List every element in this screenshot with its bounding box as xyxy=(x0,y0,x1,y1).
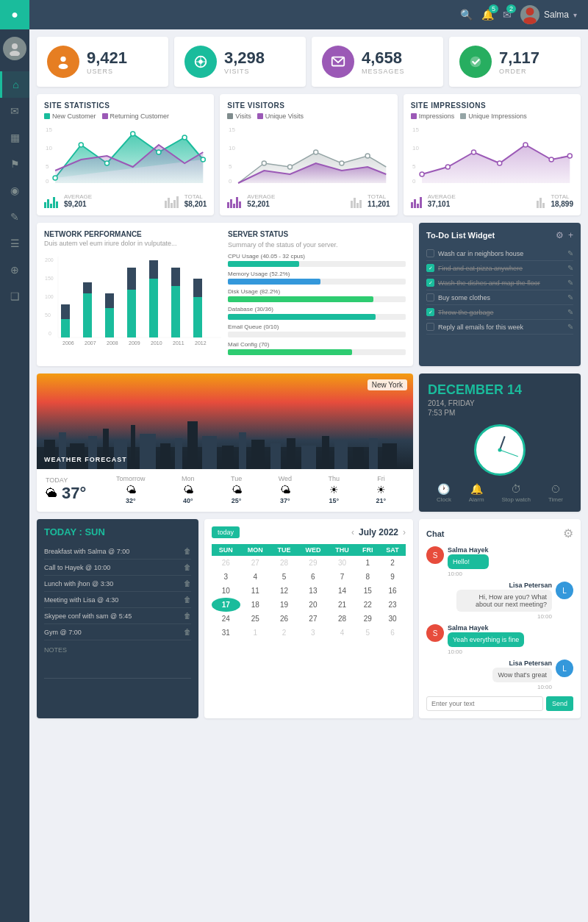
table-row[interactable]: 24 xyxy=(212,612,240,626)
table-row[interactable]: 30 xyxy=(329,556,356,570)
todo-checkbox-3[interactable] xyxy=(426,293,434,301)
todo-gear-icon[interactable]: ⚙ xyxy=(556,230,564,240)
schedule-del-2[interactable]: 🗑 xyxy=(184,579,191,587)
table-row[interactable]: 19 xyxy=(270,598,298,612)
stat-visits: 3,298 VISITS xyxy=(174,37,306,87)
schedule-del-5[interactable]: 🗑 xyxy=(184,628,191,636)
schedule-del-4[interactable]: 🗑 xyxy=(184,612,191,620)
table-row[interactable]: 27 xyxy=(298,612,329,626)
table-row[interactable]: 28 xyxy=(270,556,298,570)
chat-input[interactable] xyxy=(426,696,543,711)
svg-text:2009: 2009 xyxy=(129,340,140,346)
svg-text:2007: 2007 xyxy=(85,340,96,346)
table-row[interactable]: 1 xyxy=(356,556,379,570)
table-row[interactable]: 6 xyxy=(298,570,329,584)
sidebar-item-briefcase[interactable]: ⚑ xyxy=(0,151,29,177)
schedule-del-3[interactable]: 🗑 xyxy=(184,596,191,604)
table-row[interactable]: 26 xyxy=(270,612,298,626)
clock-mode-alarm[interactable]: 🔔 Alarm xyxy=(469,483,484,503)
svg-rect-86 xyxy=(175,438,182,469)
user-info[interactable]: Salma ▾ xyxy=(520,5,577,24)
table-row[interactable]: 16 xyxy=(379,584,406,598)
todo-edit-3[interactable]: ✎ xyxy=(567,293,573,301)
table-row[interactable]: 26 xyxy=(212,556,240,570)
sidebar-item-edit[interactable]: ✎ xyxy=(0,204,29,230)
table-row[interactable]: 13 xyxy=(298,584,329,598)
table-row[interactable]: 22 xyxy=(356,598,379,612)
search-icon[interactable]: 🔍 xyxy=(460,9,473,21)
dropdown-arrow-icon[interactable]: ▾ xyxy=(573,11,577,19)
table-row[interactable]: 3 xyxy=(298,626,329,640)
todo-edit-2[interactable]: ✎ xyxy=(567,279,573,287)
table-row[interactable]: 1 xyxy=(240,626,271,640)
table-row[interactable]: 11 xyxy=(240,584,271,598)
table-row[interactable]: 15 xyxy=(356,584,379,598)
svg-point-5 xyxy=(59,64,68,69)
table-row[interactable]: 12 xyxy=(270,584,298,598)
sidebar-item-mail[interactable]: ✉ xyxy=(0,98,29,124)
table-row[interactable]: 21 xyxy=(329,598,356,612)
table-row[interactable]: 18 xyxy=(240,598,271,612)
svg-point-44 xyxy=(497,161,501,165)
table-row[interactable]: 8 xyxy=(356,570,379,584)
todo-checkbox-2[interactable]: ✓ xyxy=(426,279,434,287)
chat-send-button[interactable]: Send xyxy=(546,696,573,711)
table-row[interactable]: 29 xyxy=(356,612,379,626)
calendar-today-button[interactable]: today xyxy=(212,526,240,538)
todo-checkbox-5[interactable] xyxy=(426,323,434,331)
table-row[interactable]: 23 xyxy=(379,598,406,612)
table-row[interactable]: 27 xyxy=(240,556,271,570)
todo-edit-0[interactable]: ✎ xyxy=(567,249,573,257)
table-row[interactable]: 2 xyxy=(270,626,298,640)
table-row[interactable]: 25 xyxy=(240,612,271,626)
schedule-del-1[interactable]: 🗑 xyxy=(184,563,191,571)
table-row[interactable]: 3 xyxy=(212,570,240,584)
table-row[interactable]: 10 xyxy=(212,584,240,598)
site-visitors-card: SITE VISITORS Visits Unique Visits 15 10… xyxy=(220,94,397,215)
sidebar-item-eye[interactable]: ◉ xyxy=(0,177,29,204)
todo-edit-1[interactable]: ✎ xyxy=(567,264,573,272)
calendar-today-cell[interactable]: 17 xyxy=(212,598,240,612)
todo-add-icon[interactable]: + xyxy=(568,230,573,240)
todo-edit-4[interactable]: ✎ xyxy=(567,308,573,316)
table-row[interactable]: 9 xyxy=(379,570,406,584)
table-row[interactable]: 30 xyxy=(379,612,406,626)
clock-mode-clock[interactable]: 🕐 Clock xyxy=(437,483,451,503)
table-row[interactable]: 5 xyxy=(356,626,379,640)
todo-checkbox-4[interactable]: ✓ xyxy=(426,308,434,316)
visits-label: VISITS xyxy=(224,68,265,75)
table-row[interactable]: 20 xyxy=(298,598,329,612)
clock-mode-stopwatch[interactable]: ⏱ Stop watch xyxy=(501,483,531,503)
table-row[interactable]: 14 xyxy=(329,584,356,598)
sidebar-item-file[interactable]: ❑ xyxy=(0,283,29,310)
table-row[interactable]: 7 xyxy=(329,570,356,584)
calendar-next-button[interactable]: › xyxy=(403,527,406,537)
table-row[interactable]: 31 xyxy=(212,626,240,640)
table-row[interactable]: 4 xyxy=(329,626,356,640)
svg-rect-100 xyxy=(382,443,397,469)
table-row[interactable]: 28 xyxy=(329,612,356,626)
table-row[interactable]: 5 xyxy=(270,570,298,584)
calendar-prev-button[interactable]: ‹ xyxy=(351,527,354,537)
bell-icon[interactable]: 🔔5 xyxy=(481,9,494,21)
mail-icon[interactable]: ✉2 xyxy=(503,9,512,21)
sidebar-item-chart[interactable]: ▦ xyxy=(0,124,29,151)
todo-checkbox-0[interactable] xyxy=(426,249,434,257)
sidebar-item-pin[interactable]: ⊕ xyxy=(0,257,29,283)
clock-mode-timer[interactable]: ⏲ Timer xyxy=(548,483,563,503)
table-row[interactable]: 2 xyxy=(379,556,406,570)
sidebar-logo[interactable]: ● xyxy=(0,0,29,29)
clock-minute-hand xyxy=(500,450,518,457)
todo-edit-5[interactable]: ✎ xyxy=(567,323,573,331)
sidebar-item-home[interactable]: ⌂ xyxy=(0,71,29,98)
todo-checkbox-1[interactable]: ✓ xyxy=(426,264,434,272)
table-row[interactable]: 6 xyxy=(379,626,406,640)
sidebar-user-avatar[interactable] xyxy=(3,37,26,60)
svg-rect-87 xyxy=(187,421,198,469)
schedule-del-0[interactable]: 🗑 xyxy=(184,547,191,555)
visits-icon xyxy=(184,46,217,78)
chat-gear-icon[interactable]: ⚙ xyxy=(563,526,573,540)
table-row[interactable]: 29 xyxy=(298,556,329,570)
table-row[interactable]: 4 xyxy=(240,570,271,584)
sidebar-item-list[interactable]: ☰ xyxy=(0,230,29,257)
